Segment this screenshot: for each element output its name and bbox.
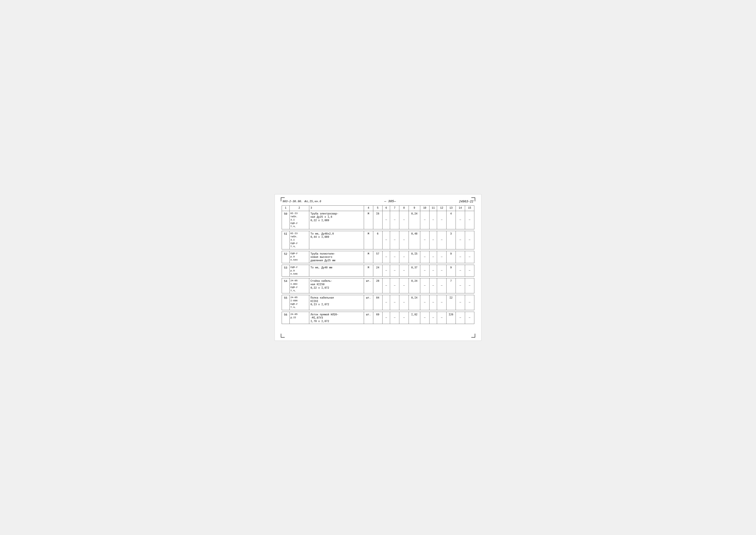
- main-table: 1 2 3 4 5 6 7 8 9 10 11 12 13 14 15 50 0…: [282, 206, 474, 324]
- row-col6: —: [382, 312, 390, 324]
- col-header-9: 9: [409, 206, 420, 211]
- row-unit: М: [364, 211, 373, 229]
- row-col13: 4: [446, 211, 456, 229]
- row-col5: 24: [373, 265, 382, 276]
- row-col10: —: [420, 295, 429, 310]
- row-unit: шт.: [364, 278, 373, 294]
- row-col14: —: [456, 231, 465, 249]
- corner-tr: [471, 197, 475, 201]
- row-col15: —: [465, 251, 474, 263]
- row-col15: —: [465, 312, 474, 324]
- row-col5: 6: [373, 231, 382, 249]
- row-desc: Труба полиэтиле-новая высокогодавления Д…: [309, 251, 364, 263]
- col-header-14: 14: [456, 206, 465, 211]
- row-col12: —: [437, 295, 446, 310]
- table-row: 56 24-05д.22 Лоток прямой НЛ20--МI,87УЗI…: [282, 312, 474, 324]
- row-col7: —: [390, 231, 399, 249]
- row-desc: То же, Ду48х2,00,44 х I,089: [309, 231, 364, 249]
- col-header-6: 6: [382, 206, 390, 211]
- row-col7: —: [390, 278, 399, 294]
- col-header-3: 3: [309, 206, 364, 211]
- row-col15: —: [465, 295, 474, 310]
- row-col12: —: [437, 312, 446, 324]
- row-number: 52: [282, 251, 290, 263]
- row-ref: СЦМ-Ур.9п.546: [289, 265, 309, 276]
- row-col9: I,82: [409, 312, 420, 324]
- table-row: 50 0I-I3табл.3.IСЦМ-УТ.Ч. Труба электрос…: [282, 211, 474, 229]
- row-number: 54: [282, 278, 290, 294]
- row-col5: 57: [373, 251, 382, 263]
- row-col12: —: [437, 231, 446, 249]
- row-col12: —: [437, 211, 446, 229]
- corner-bl: [281, 334, 285, 338]
- row-col13: 9: [446, 251, 456, 263]
- col-header-13: 13: [446, 206, 456, 211]
- row-col8: —: [399, 211, 409, 229]
- row-ref: 0I-I3табл.3.IСЦМ-УТ.Ч.: [289, 211, 309, 229]
- row-ref: 0I-I3табл.3.IСЦМ-УТ.Ч.: [289, 231, 309, 249]
- row-col14: —: [456, 278, 465, 294]
- row-ref: 24-05I-696СЦМ-УТ.Ч.: [289, 295, 309, 310]
- row-col7: —: [390, 251, 399, 263]
- row-number: 55: [282, 295, 290, 310]
- row-number: 53: [282, 265, 290, 276]
- row-col5: 28: [373, 278, 382, 294]
- row-col6: —: [382, 251, 390, 263]
- row-col11: —: [429, 278, 437, 294]
- col-header-15: 15: [465, 206, 474, 211]
- col-header-12: 12: [437, 206, 446, 211]
- corner-tl: [281, 197, 285, 201]
- row-col6: —: [382, 231, 390, 249]
- spacer-row: [282, 310, 474, 312]
- row-col11: —: [429, 295, 437, 310]
- row-col12: —: [437, 251, 446, 263]
- row-col14: —: [456, 211, 465, 229]
- row-desc: Полка кабельнаяКII6I0,I3 х I,072: [309, 295, 364, 310]
- row-ref: 24-05д.22: [289, 312, 309, 324]
- row-col11: —: [429, 265, 437, 276]
- row-unit: шт.: [364, 312, 373, 324]
- corner-br: [471, 334, 475, 338]
- row-col6: —: [382, 265, 390, 276]
- row-col13: I2: [446, 295, 456, 310]
- row-col15: —: [465, 211, 474, 229]
- col-header-8: 8: [399, 206, 409, 211]
- table-row: 5I 0I-I3табл.3.IСЦМ-УТ.Ч. То же, Ду48х2,…: [282, 231, 474, 249]
- row-col13: 3: [446, 231, 456, 249]
- document-page: 903-2-30.90. Ал,I5,кн.6 — 305— 24963-22 …: [275, 194, 481, 341]
- row-col12: —: [437, 265, 446, 276]
- row-col9: 0,37: [409, 265, 420, 276]
- row-number: 5I: [282, 231, 290, 249]
- row-unit: М: [364, 265, 373, 276]
- row-col14: —: [456, 295, 465, 310]
- row-col8: —: [399, 251, 409, 263]
- row-col14: —: [456, 312, 465, 324]
- row-col11: —: [429, 251, 437, 263]
- row-col5: I6: [373, 211, 382, 229]
- row-col10: —: [420, 231, 429, 249]
- row-unit: М: [364, 231, 373, 249]
- row-col15: —: [465, 265, 474, 276]
- row-ref: 24-05I-86IСЦМ-УТ.Ч.: [289, 278, 309, 294]
- row-col10: —: [420, 211, 429, 229]
- row-col9: 0,24: [409, 211, 420, 229]
- row-col7: —: [390, 211, 399, 229]
- row-col9: 0,48: [409, 231, 420, 249]
- header: 903-2-30.90. Ал,I5,кн.6 — 305— 24963-22: [282, 200, 474, 203]
- spacer-row: [282, 249, 474, 251]
- row-col7: —: [390, 295, 399, 310]
- row-number: 56: [282, 312, 290, 324]
- row-number: 50: [282, 211, 290, 229]
- table-row: 55 24-05I-696СЦМ-УТ.Ч. Полка кабельнаяКI…: [282, 295, 474, 310]
- column-header-row: 1 2 3 4 5 6 7 8 9 10 11 12 13 14 15: [282, 206, 474, 211]
- row-col8: —: [399, 312, 409, 324]
- col-header-11: 11: [429, 206, 437, 211]
- row-col15: —: [465, 278, 474, 294]
- row-desc: То же, Ду40 мм: [309, 265, 364, 276]
- col-header-7: 7: [390, 206, 399, 211]
- row-col14: —: [456, 251, 465, 263]
- header-center: — 305—: [321, 200, 459, 203]
- row-col7: —: [390, 265, 399, 276]
- spacer-row: [282, 294, 474, 295]
- row-desc: Лоток прямой НЛ20--МI,87УЗI,70 х I,072: [309, 312, 364, 324]
